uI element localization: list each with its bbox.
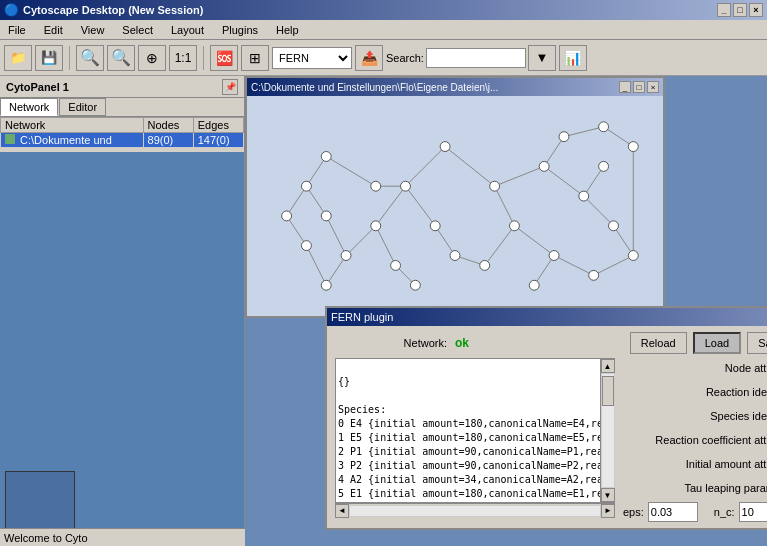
svg-point-41 [559,132,569,142]
eps-group: eps: [623,502,698,522]
menu-layout[interactable]: Layout [167,23,208,37]
search-area: Search: ▼ [386,45,556,71]
tau-leaping-label: Tau leaping parameter: [623,482,767,494]
eps-input[interactable] [648,502,698,522]
svg-point-39 [430,221,440,231]
svg-point-38 [371,221,381,231]
menu-edit[interactable]: Edit [40,23,67,37]
fern-selector[interactable]: FERN [272,47,352,69]
reaction-id-label: Reaction identifier: [623,386,767,398]
toolbar-separator [69,46,70,70]
network-table: Network Nodes Edges C:\Dokumente und 89(… [0,117,244,148]
scroll-down-button[interactable]: ▼ [601,488,615,502]
save-button[interactable]: Save [747,332,767,354]
scroll-up-button[interactable]: ▲ [601,359,615,373]
svg-point-51 [321,280,331,290]
text-editor-content[interactable]: {} Species: 0 E4 {initial amount=180,can… [336,359,600,502]
svg-point-54 [371,181,381,191]
tab-network[interactable]: Network [0,98,58,116]
scroll-left-button[interactable]: ◄ [335,504,349,518]
svg-point-53 [321,152,331,162]
nw-close[interactable]: × [647,81,659,93]
zoom-in-button[interactable]: 🔍 [107,45,135,71]
vizmap-button[interactable]: 📊 [559,45,587,71]
menu-select[interactable]: Select [118,23,157,37]
mini-map-area [0,152,244,546]
zoom-out-button[interactable]: 🔍 [76,45,104,71]
actual-size-button[interactable]: 1:1 [169,45,197,71]
app-title: Cytoscape Desktop (New Session) [23,4,203,16]
main-content: CytoPanel 1 📌 Network Editor Network Nod… [0,76,767,546]
scroll-thumb[interactable] [602,376,614,406]
network-window-path: C:\Dokumente und Einstellungen\Flo\Eigen… [251,82,498,93]
load-button[interactable]: Load [693,332,741,354]
new-button[interactable]: 📁 [4,45,32,71]
horizontal-scrollbar: ◄ ► [335,503,615,517]
svg-point-35 [401,181,411,191]
edges-cell: 147(0) [193,133,243,148]
cytopanel-pin[interactable]: 📌 [222,79,238,95]
network-window: C:\Dokumente und Einstellungen\Flo\Eigen… [245,76,665,318]
search-input[interactable] [426,48,526,68]
svg-point-40 [579,191,589,201]
svg-line-15 [554,256,594,276]
network-tools-button[interactable]: ⊞ [241,45,269,71]
left-panel: CytoPanel 1 📌 Network Editor Network Nod… [0,76,245,546]
svg-point-55 [301,181,311,191]
bottom-params: eps: n_c: [623,502,767,522]
species-id-label: Species identifier: [623,410,767,422]
save-button[interactable]: 💾 [35,45,63,71]
title-bar: 🔵 Cytoscape Desktop (New Session) _ □ × [0,0,767,20]
svg-point-57 [282,211,292,221]
scroll-track [601,373,615,488]
svg-point-49 [589,270,599,280]
nodes-cell: 89(0) [143,133,193,148]
menu-view[interactable]: View [77,23,109,37]
svg-point-52 [410,280,420,290]
right-area: C:\Dokumente und Einstellungen\Flo\Eigen… [245,76,767,546]
fern-dialog-body: Network: ok Reload Load Save {} Species:… [327,326,767,528]
nc-label: n_c: [714,506,735,518]
app-icon: 🔵 [4,3,19,17]
svg-point-37 [509,221,519,231]
tau-leaping-row: Tau leaping parameter: ? [623,478,767,498]
nw-maximize[interactable]: □ [633,81,645,93]
svg-line-10 [346,226,376,256]
svg-line-6 [544,166,584,196]
fit-button[interactable]: ⊕ [138,45,166,71]
fern-dialog-title: FERN plugin _ □ × [327,308,767,326]
scroll-right-button[interactable]: ► [601,504,615,518]
svg-point-48 [599,161,609,171]
export-button[interactable]: 📤 [355,45,383,71]
svg-point-44 [341,251,351,261]
network-name-cell: C:\Dokumente und [1,133,144,148]
menu-file[interactable]: File [4,23,30,37]
table-row[interactable]: C:\Dokumente und 89(0) 147(0) [1,133,244,148]
svg-point-45 [391,260,401,270]
col-network: Network [1,118,144,133]
maximize-button[interactable]: □ [733,3,747,17]
svg-line-11 [376,226,396,266]
nc-input[interactable] [739,502,767,522]
fern-dialog-title-text: FERN plugin [331,311,393,323]
initial-amount-row: Initial amount attribute: initial amount… [623,454,767,474]
help-icon-button[interactable]: 🆘 [210,45,238,71]
svg-line-26 [326,216,346,256]
svg-line-1 [405,147,445,187]
search-dropdown-btn[interactable]: ▼ [528,45,556,71]
status-text: Welcome to Cyto [4,532,88,544]
toolbar-separator2 [203,46,204,70]
fern-network-label: Network: [335,337,455,349]
fern-network-row: Network: ok Reload Load Save [335,332,767,354]
minimize-button[interactable]: _ [717,3,731,17]
svg-point-59 [628,251,638,261]
menu-help[interactable]: Help [272,23,303,37]
tab-editor[interactable]: Editor [59,98,106,116]
menu-plugins[interactable]: Plugins [218,23,262,37]
svg-line-8 [514,226,554,256]
reload-button[interactable]: Reload [630,332,687,354]
fern-attributes-panel: Node attribute: node type ▼ Reaction ide… [623,358,767,522]
text-editor-container: {} Species: 0 E4 {initial amount=180,can… [335,358,615,503]
close-button[interactable]: × [749,3,763,17]
nw-minimize[interactable]: _ [619,81,631,93]
